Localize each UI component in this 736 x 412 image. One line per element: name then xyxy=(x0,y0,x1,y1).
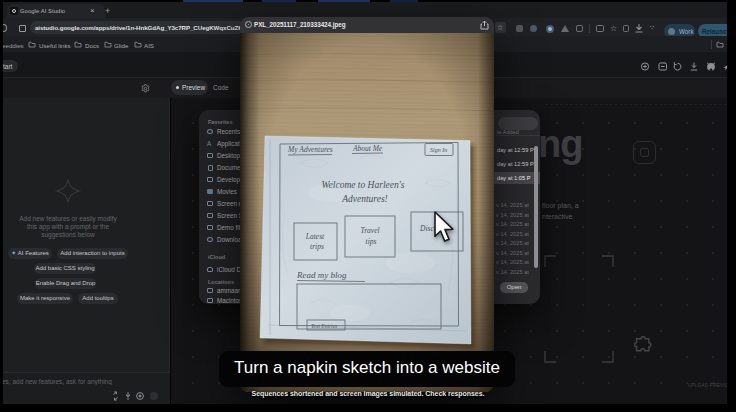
svg-text:trips: trips xyxy=(310,242,324,251)
svg-text:My Adventures: My Adventures xyxy=(287,145,333,154)
svg-text:Travel: Travel xyxy=(360,226,379,235)
svg-text:Adventures!: Adventures! xyxy=(341,194,388,204)
svg-text:Welcome to Harleen's: Welcome to Harleen's xyxy=(322,180,405,190)
svg-text:Text Entries: Text Entries xyxy=(311,323,337,329)
svg-text:Read my blog: Read my blog xyxy=(296,270,347,280)
svg-text:Latest: Latest xyxy=(305,232,325,241)
svg-text:tips: tips xyxy=(366,237,377,246)
svg-text:About Me: About Me xyxy=(352,144,383,153)
svg-text:Sign In: Sign In xyxy=(430,147,447,153)
